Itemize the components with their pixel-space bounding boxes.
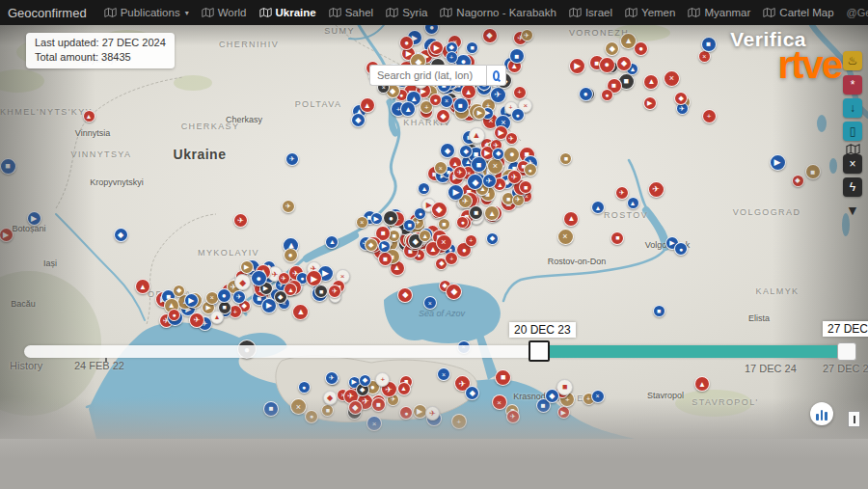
map-marker[interactable]: ◆ [545, 389, 559, 403]
map-canvas[interactable]: CHERNIHIVSUMYVORONEZHPOLTAVACHERKASYKHAR… [0, 25, 868, 439]
map-marker[interactable]: ◆ [431, 202, 448, 218]
map-marker[interactable]: ● [399, 36, 414, 50]
map-marker[interactable]: ● [217, 288, 231, 303]
map-marker[interactable]: ▶ [770, 154, 786, 171]
map-marker[interactable]: ◆ [173, 285, 185, 297]
map-marker[interactable]: ◆ [792, 175, 804, 187]
map-marker[interactable]: + [375, 372, 390, 387]
map-marker[interactable]: ◆ [348, 400, 363, 415]
map-marker[interactable]: ▶ [370, 212, 383, 225]
map-marker[interactable]: ✈ [189, 312, 204, 328]
map-marker[interactable]: ● [674, 242, 688, 256]
filter-button[interactable]: ▼ [843, 201, 862, 220]
map-marker[interactable]: ▲ [83, 110, 95, 122]
map-marker[interactable]: ■ [701, 37, 717, 52]
map-marker[interactable]: × [591, 390, 605, 403]
map-marker[interactable]: ◆ [359, 374, 371, 387]
map-marker[interactable]: ▶ [378, 240, 391, 253]
map-marker[interactable]: ▲ [135, 279, 150, 294]
nav-item-yemen[interactable]: Yemen [625, 7, 675, 18]
nav-item-cartel-map[interactable]: Cartel Map [763, 7, 833, 18]
mobile-button[interactable]: ▯ [843, 122, 862, 141]
map-marker[interactable]: × [436, 234, 452, 251]
map-marker[interactable]: × [440, 95, 453, 108]
map-marker[interactable]: ▲ [694, 376, 710, 392]
map-marker[interactable]: ▶ [0, 228, 14, 242]
nav-item-sahel[interactable]: Sahel [329, 7, 373, 18]
nav-item-ukraine[interactable]: Ukraine [259, 7, 316, 18]
map-marker[interactable]: ● [511, 108, 525, 122]
nav-item-world[interactable]: World [202, 7, 247, 18]
map-marker[interactable]: × [434, 161, 448, 175]
map-marker[interactable]: ● [601, 89, 613, 101]
map-marker[interactable]: ◆ [397, 287, 413, 303]
timeline-left-handle[interactable] [529, 340, 550, 362]
map-marker[interactable]: ✈ [278, 272, 290, 285]
map-marker[interactable]: × [664, 70, 680, 87]
map-marker[interactable]: ▲ [397, 382, 411, 395]
map-marker[interactable]: ✈ [482, 174, 497, 188]
map-marker[interactable]: ▶ [429, 41, 444, 55]
map-marker[interactable]: ✈ [282, 200, 295, 213]
history-slider-handle[interactable] [848, 411, 860, 427]
map-marker[interactable]: ◆ [616, 56, 632, 71]
map-marker[interactable]: + [446, 51, 458, 64]
map-marker[interactable]: ▶ [643, 96, 657, 110]
map-marker[interactable]: ▶ [27, 211, 41, 226]
map-marker[interactable]: + [465, 234, 477, 247]
map-marker[interactable]: ■ [556, 379, 573, 395]
map-marker[interactable]: ◆ [482, 28, 498, 43]
map-marker[interactable]: ✈ [505, 132, 518, 145]
map-marker[interactable]: ▲ [627, 197, 639, 209]
map-marker[interactable]: ✈ [521, 29, 533, 41]
map-marker[interactable]: ■ [495, 369, 511, 386]
map-marker[interactable]: ✈ [453, 166, 467, 179]
stats-chart-button[interactable] [810, 402, 833, 425]
nav-item-myanmar[interactable]: Myanmar [688, 7, 750, 18]
map-marker[interactable]: ◆ [323, 391, 338, 405]
map-marker[interactable]: + [451, 414, 467, 429]
map-marker[interactable]: ■ [653, 305, 665, 317]
map-marker[interactable]: ● [305, 410, 318, 423]
twitter-handle[interactable]: @GeoConfirmed [847, 7, 868, 18]
map-marker[interactable]: ▲ [469, 127, 485, 144]
map-marker[interactable]: ▲ [360, 97, 375, 113]
nav-item-syria[interactable]: Syria [386, 7, 427, 18]
map-marker[interactable]: ✈ [285, 152, 299, 166]
map-marker[interactable]: ● [168, 309, 180, 321]
map-marker[interactable]: ● [599, 57, 615, 73]
map-marker[interactable]: ◆ [492, 148, 504, 160]
map-marker[interactable]: ■ [263, 401, 279, 417]
coffee-button[interactable]: ♨ [843, 51, 862, 70]
map-marker[interactable]: ● [579, 87, 593, 101]
timeline-right-handle[interactable] [837, 342, 856, 361]
map-marker[interactable]: ▲ [620, 33, 637, 49]
search-button[interactable] [486, 65, 506, 86]
map-marker[interactable]: ▶ [240, 260, 254, 274]
map-marker[interactable]: ▲ [563, 211, 579, 227]
map-marker[interactable]: ▶ [184, 293, 199, 308]
nav-item-publications[interactable]: Publications ▾ [104, 7, 189, 18]
history-label[interactable]: History [10, 360, 42, 371]
map-marker[interactable]: × [366, 416, 382, 431]
map-marker[interactable]: ◆ [436, 109, 450, 123]
map-marker[interactable]: ▲ [210, 311, 224, 324]
map-marker[interactable]: ✈ [490, 87, 506, 103]
map-marker[interactable]: ■ [371, 397, 386, 412]
brand-logo[interactable]: Geoconfirmed [8, 6, 87, 20]
map-marker[interactable]: ● [298, 381, 311, 394]
map-marker[interactable]: ■ [453, 97, 469, 113]
map-marker[interactable]: ● [251, 270, 267, 286]
close-tools-button[interactable]: × [843, 154, 862, 174]
flash-button[interactable]: ϟ [843, 177, 862, 197]
map-marker[interactable]: + [513, 86, 527, 99]
map-marker[interactable]: ✈ [615, 186, 629, 200]
map-marker[interactable]: ● [524, 163, 537, 177]
map-marker[interactable]: ◆ [486, 232, 499, 245]
map-marker[interactable]: ▲ [591, 201, 605, 214]
map-marker[interactable]: ◆ [114, 228, 128, 242]
map-marker[interactable]: ✈ [507, 170, 522, 184]
map-marker[interactable]: ▶ [473, 106, 486, 120]
search-input[interactable] [369, 65, 486, 86]
map-marker[interactable]: × [290, 398, 307, 415]
